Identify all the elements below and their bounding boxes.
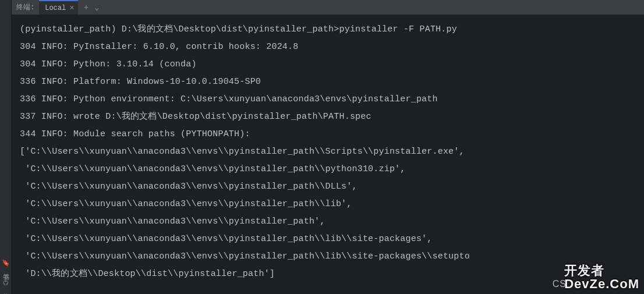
terminal-line: 'C:\\Users\\xunyuan\\anaconda3\\envs\\py… (20, 161, 644, 178)
bookmark-icon: 🔖 (2, 258, 9, 266)
terminal-line: 'C:\\Users\\xunyuan\\anaconda3\\envs\\py… (20, 213, 644, 231)
sidebar-bookmarks[interactable]: 🔖 书签 (1, 258, 10, 268)
terminal-line: 337 INFO: wrote D:\我的文档\Desktop\dist\pyi… (20, 108, 644, 126)
terminal-line: 'D:\\我的文档\\Desktop\\dist\\pyinstaller_pa… (20, 265, 644, 283)
terminal-dropdown-button[interactable]: ⌄ (94, 2, 99, 12)
terminal-label: 终端: (12, 2, 39, 12)
structure-icon: ⌬ (2, 280, 9, 286)
terminal-line: 336 INFO: Platform: Windows-10-10.0.1904… (20, 73, 644, 91)
tab-bar-actions: + ⌄ (78, 2, 100, 12)
add-terminal-button[interactable]: + (84, 3, 89, 12)
terminal-output[interactable]: (pyinstaller_path) D:\我的文档\Desktop\dist\… (12, 15, 644, 294)
terminal-line: 'C:\\Users\\xunyuan\\anaconda3\\envs\\py… (20, 231, 644, 248)
terminal-line: 304 INFO: PyInstaller: 6.10.0, contrib h… (20, 38, 644, 56)
terminal-line: 'C:\\Users\\xunyuan\\anaconda3\\envs\\py… (20, 196, 644, 213)
left-tool-sidebar: 🔖 书签 ⌬ 结构 (0, 0, 12, 294)
terminal-line: (pyinstaller_path) D:\我的文档\Desktop\dist\… (20, 21, 644, 38)
terminal-line: 304 INFO: Python: 3.10.14 (conda) (20, 56, 644, 73)
close-icon[interactable]: × (69, 3, 74, 13)
terminal-tab-bar: 终端: Local × + ⌄ (12, 0, 644, 15)
terminal-tab-local[interactable]: Local × (39, 0, 77, 15)
terminal-line: 'C:\\Users\\xunyuan\\anaconda3\\envs\\py… (20, 178, 644, 196)
terminal-tab-label: Local (45, 4, 66, 12)
sidebar-structure[interactable]: ⌬ 结构 (1, 280, 10, 288)
terminal-line: ['C:\\Users\\xunyuan\\anaconda3\\envs\\p… (20, 143, 644, 161)
terminal-line: 336 INFO: Python environment: C:\Users\x… (20, 91, 644, 108)
terminal-line: 'C:\\Users\\xunyuan\\anaconda3\\envs\\py… (20, 248, 644, 265)
terminal-line: 344 INFO: Module search paths (PYTHONPAT… (20, 126, 644, 143)
